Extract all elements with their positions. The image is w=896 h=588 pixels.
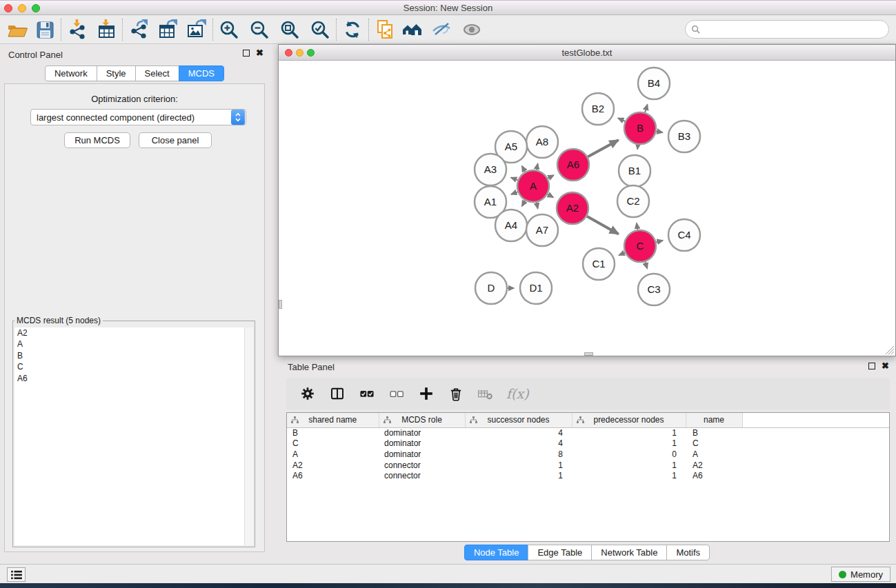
delete-icon[interactable]	[447, 385, 465, 403]
save-session-icon[interactable]	[34, 19, 55, 40]
settings-gear-icon[interactable]	[299, 385, 317, 403]
show-all-icon[interactable]	[461, 19, 482, 40]
graph-node-A3[interactable]: A3	[475, 154, 506, 185]
col-successor-nodes[interactable]: successor nodes	[465, 413, 572, 427]
network-zoom-button[interactable]	[307, 49, 315, 57]
graph-node-A6[interactable]: A6	[557, 149, 589, 181]
import-table-icon[interactable]	[96, 19, 117, 40]
graph-node-D[interactable]: D	[475, 272, 507, 304]
memory-button[interactable]: Memory	[831, 567, 890, 582]
home-icon[interactable]	[402, 19, 423, 40]
result-item[interactable]: A2	[14, 327, 253, 339]
graph-node-A[interactable]: A	[517, 170, 549, 202]
graph-edge-B-B4[interactable]	[645, 105, 648, 112]
col-predecessor-nodes[interactable]: predecessor nodes	[572, 413, 686, 427]
graph-edge-C-C2[interactable]	[637, 223, 637, 230]
graph-edge-B-B1[interactable]	[637, 145, 638, 149]
refresh-icon[interactable]	[342, 19, 363, 40]
graph-edge-A-A6[interactable]	[548, 175, 554, 179]
graph-edge-A-A1[interactable]	[511, 192, 517, 194]
graph-node-C2[interactable]: C2	[617, 185, 649, 217]
network-vscroll-thumb[interactable]	[279, 300, 282, 309]
network-from-file-icon[interactable]	[375, 19, 395, 40]
result-item[interactable]: B	[14, 350, 253, 362]
graph-node-A7[interactable]: A7	[526, 214, 558, 246]
close-panel-icon[interactable]: ✖	[256, 50, 263, 57]
open-session-icon[interactable]	[7, 19, 28, 40]
graph-node-B3[interactable]: B3	[668, 121, 700, 152]
tab-node-table[interactable]: Node Table	[464, 545, 529, 560]
tab-style[interactable]: Style	[97, 65, 136, 81]
graph-node-B[interactable]: B	[624, 112, 656, 144]
network-hscroll-thumb[interactable]	[584, 352, 593, 356]
table-row[interactable]: Adominator80A	[287, 449, 889, 460]
graph-edge-C-C3[interactable]	[645, 262, 647, 269]
tab-mcds[interactable]: MCDS	[179, 65, 224, 81]
graph-edge-A-A8[interactable]	[537, 163, 538, 170]
col-name[interactable]: name	[686, 413, 742, 427]
result-item[interactable]: A6	[14, 373, 253, 385]
graph-node-A2[interactable]: A2	[557, 192, 588, 224]
graph-edge-A-A4[interactable]	[522, 201, 526, 206]
result-item[interactable]: A	[14, 339, 253, 351]
table-row[interactable]: A2connector11A2	[287, 460, 889, 471]
tab-motifs[interactable]: Motifs	[666, 545, 710, 560]
graph-node-C3[interactable]: C3	[638, 274, 670, 305]
graph-edge-B-B3[interactable]	[657, 131, 663, 132]
zoom-selected-icon[interactable]	[310, 19, 330, 40]
result-scrollbar[interactable]	[244, 327, 253, 545]
graph-edge-A2-C[interactable]	[587, 216, 619, 234]
tab-select[interactable]: Select	[135, 65, 179, 81]
search-field[interactable]	[685, 20, 889, 39]
graph-edge-A-A7[interactable]	[537, 203, 538, 209]
col-shared-name[interactable]: shared name	[287, 413, 379, 427]
float-panel-icon[interactable]	[243, 50, 250, 57]
result-item[interactable]: C	[14, 362, 253, 374]
add-icon[interactable]	[417, 385, 435, 403]
export-image-icon[interactable]	[186, 19, 207, 40]
graph-edge-A-A5[interactable]	[522, 166, 526, 172]
graph-edge-A-A3[interactable]	[511, 178, 518, 181]
graph-edge-C-C1[interactable]	[619, 253, 625, 256]
graph-node-B1[interactable]: B1	[619, 155, 650, 187]
optimization-criterion-dropdown[interactable]: largest connected component (directed)	[30, 109, 246, 125]
graph-edge-B-B2[interactable]	[618, 118, 625, 121]
graph-node-A8[interactable]: A8	[526, 126, 558, 158]
export-network-icon[interactable]	[128, 19, 149, 40]
graph-node-C4[interactable]: C4	[668, 219, 700, 251]
zoom-fit-icon[interactable]	[279, 19, 300, 40]
select-all-icon[interactable]	[358, 385, 376, 403]
zoom-in-icon[interactable]	[219, 19, 239, 40]
tab-network[interactable]: Network	[45, 65, 97, 81]
table-row[interactable]: Cdominator41C	[287, 438, 889, 449]
graph-edge-C-C4[interactable]	[656, 241, 663, 242]
network-minimize-button[interactable]	[296, 49, 303, 57]
export-table-icon[interactable]	[157, 19, 178, 40]
resize-grip[interactable]	[886, 346, 895, 355]
graph-edge-A6-B[interactable]	[588, 140, 618, 156]
deselect-all-icon[interactable]	[388, 385, 406, 403]
graph-edge-A-A2[interactable]	[548, 194, 553, 198]
minimize-window-button[interactable]	[18, 4, 26, 12]
hide-selected-icon[interactable]	[431, 19, 452, 40]
graph-node-D1[interactable]: D1	[520, 272, 552, 304]
import-network-icon[interactable]	[67, 19, 88, 40]
search-input[interactable]	[704, 24, 888, 34]
graph-node-C1[interactable]: C1	[583, 248, 615, 280]
close-window-button[interactable]	[4, 4, 12, 12]
table-row[interactable]: Bdominator41B	[287, 427, 889, 438]
graph-node-B2[interactable]: B2	[582, 93, 614, 125]
graph-node-C[interactable]: C	[624, 230, 656, 262]
network-window-titlebar[interactable]: testGlobe.txt	[279, 45, 895, 61]
show-column-icon[interactable]	[328, 385, 346, 403]
graph-node-B4[interactable]: B4	[638, 68, 670, 99]
close-panel-button[interactable]: Close panel	[139, 132, 212, 148]
zoom-out-icon[interactable]	[249, 19, 270, 40]
col-mcds-role[interactable]: MCDS role	[379, 413, 465, 427]
table-close-icon[interactable]: ✖	[882, 363, 889, 369]
table-row[interactable]: A6connector11A6	[287, 470, 889, 481]
network-close-button[interactable]	[285, 49, 292, 57]
table-float-icon[interactable]	[868, 363, 875, 369]
tab-network-table[interactable]: Network Table	[591, 545, 667, 560]
run-mcds-button[interactable]: Run MCDS	[64, 132, 130, 148]
